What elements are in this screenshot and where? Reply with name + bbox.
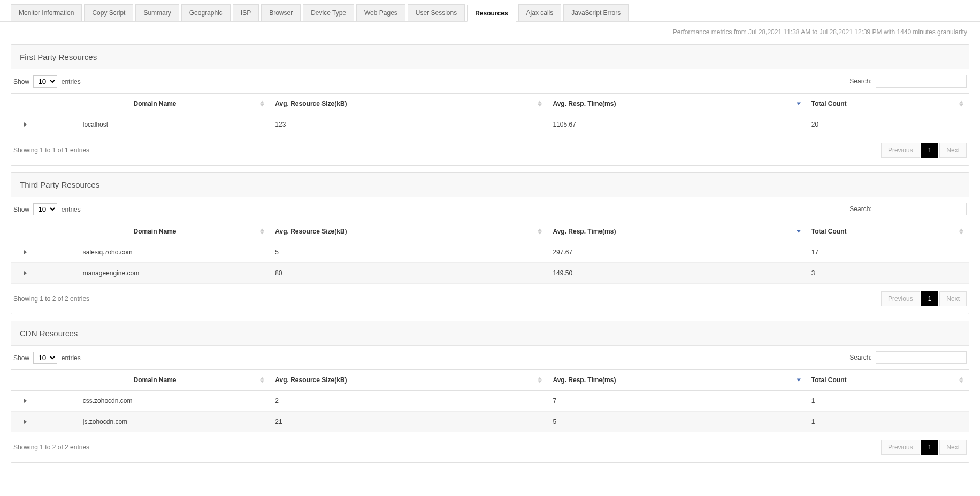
col-domain-name[interactable]: Domain Name bbox=[40, 94, 270, 114]
sort-up-icon bbox=[538, 377, 542, 380]
tab-copy-script[interactable]: Copy Script bbox=[84, 4, 133, 21]
section-cdn: CDN Resources Show 10 entries Search: bbox=[11, 321, 969, 463]
search-input-first[interactable] bbox=[876, 75, 967, 88]
page-size-select-first[interactable]: 10 bbox=[33, 75, 57, 88]
page-size-select-cdn[interactable]: 10 bbox=[33, 352, 57, 364]
cell-count: 1 bbox=[806, 412, 969, 432]
show-label: Show bbox=[13, 206, 29, 213]
sort-down-icon bbox=[959, 381, 963, 383]
table-first-party: Domain Name Avg. Resource Size(kB) Avg. … bbox=[11, 93, 969, 135]
cell-time: 149.50 bbox=[547, 263, 806, 284]
table-row: manageengine.com 80 149.50 3 bbox=[11, 263, 969, 284]
tab-ajax-calls[interactable]: Ajax calls bbox=[518, 4, 562, 21]
previous-button[interactable]: Previous bbox=[881, 440, 920, 455]
tab-web-pages[interactable]: Web Pages bbox=[356, 4, 405, 21]
pagination-third: Previous 1 Next bbox=[881, 291, 967, 306]
table-row: salesiq.zoho.com 5 297.67 17 bbox=[11, 242, 969, 263]
expand-icon[interactable] bbox=[24, 250, 27, 254]
entries-label: entries bbox=[62, 206, 81, 213]
section-title-third-party: Third Party Resources bbox=[11, 173, 969, 197]
entries-label: entries bbox=[62, 354, 81, 362]
sort-down-active-icon bbox=[797, 230, 801, 233]
pagination-first: Previous 1 Next bbox=[881, 143, 967, 158]
table-cdn: Domain Name Avg. Resource Size(kB) Avg. … bbox=[11, 369, 969, 432]
col-avg-resp-time[interactable]: Avg. Resp. Time(ms) bbox=[547, 221, 806, 242]
tab-javascript-errors[interactable]: JavaScript Errors bbox=[563, 4, 629, 21]
search-label: Search: bbox=[849, 78, 871, 85]
col-avg-size[interactable]: Avg. Resource Size(kB) bbox=[270, 94, 547, 114]
cell-domain: css.zohocdn.com bbox=[40, 391, 270, 412]
sort-down-active-icon bbox=[797, 103, 801, 105]
next-button[interactable]: Next bbox=[939, 291, 967, 306]
cell-time: 5 bbox=[547, 412, 806, 432]
col-expand bbox=[11, 370, 40, 391]
expand-icon[interactable] bbox=[24, 399, 27, 403]
page-1-button[interactable]: 1 bbox=[921, 440, 939, 455]
cell-time: 1105.67 bbox=[547, 114, 806, 135]
next-button[interactable]: Next bbox=[939, 440, 967, 455]
section-third-party: Third Party Resources Show 10 entries Se… bbox=[11, 172, 969, 314]
col-avg-size[interactable]: Avg. Resource Size(kB) bbox=[270, 370, 547, 391]
cell-domain: localhost bbox=[40, 114, 270, 135]
col-total-count[interactable]: Total Count bbox=[806, 94, 969, 114]
tab-isp[interactable]: ISP bbox=[233, 4, 259, 21]
table-row: js.zohocdn.com 21 5 1 bbox=[11, 412, 969, 432]
col-total-count[interactable]: Total Count bbox=[806, 370, 969, 391]
col-avg-resp-time[interactable]: Avg. Resp. Time(ms) bbox=[547, 370, 806, 391]
table-info-cdn: Showing 1 to 2 of 2 entries bbox=[13, 444, 89, 451]
sort-up-icon bbox=[959, 377, 963, 380]
sort-up-icon bbox=[538, 229, 542, 231]
performance-metrics-text: Performance metrics from Jul 28,2021 11:… bbox=[0, 22, 980, 38]
sort-up-icon bbox=[959, 101, 963, 104]
sort-down-icon bbox=[538, 381, 542, 383]
cell-domain: js.zohocdn.com bbox=[40, 412, 270, 432]
table-row: localhost 123 1105.67 20 bbox=[11, 114, 969, 135]
col-domain-name[interactable]: Domain Name bbox=[40, 370, 270, 391]
next-button[interactable]: Next bbox=[939, 143, 967, 158]
tab-device-type[interactable]: Device Type bbox=[303, 4, 354, 21]
show-label: Show bbox=[13, 354, 29, 362]
section-title-first-party: First Party Resources bbox=[11, 45, 969, 69]
cell-count: 1 bbox=[806, 391, 969, 412]
tab-browser[interactable]: Browser bbox=[261, 4, 301, 21]
sort-down-icon bbox=[538, 104, 542, 107]
cell-size: 21 bbox=[270, 412, 547, 432]
expand-icon[interactable] bbox=[24, 271, 27, 275]
sort-up-icon bbox=[260, 377, 264, 380]
sort-down-icon bbox=[260, 381, 264, 383]
page-size-select-third[interactable]: 10 bbox=[33, 203, 57, 215]
sort-up-icon bbox=[538, 101, 542, 104]
cell-time: 7 bbox=[547, 391, 806, 412]
cell-size: 2 bbox=[270, 391, 547, 412]
cell-count: 17 bbox=[806, 242, 969, 263]
tab-monitor-information[interactable]: Monitor Information bbox=[11, 4, 82, 21]
col-domain-name[interactable]: Domain Name bbox=[40, 221, 270, 242]
previous-button[interactable]: Previous bbox=[881, 143, 920, 158]
col-total-count[interactable]: Total Count bbox=[806, 221, 969, 242]
col-expand bbox=[11, 94, 40, 114]
cell-size: 80 bbox=[270, 263, 547, 284]
search-input-cdn[interactable] bbox=[876, 351, 967, 364]
col-expand bbox=[11, 221, 40, 242]
tab-user-sessions[interactable]: User Sessions bbox=[408, 4, 465, 21]
section-first-party: First Party Resources Show 10 entries Se… bbox=[11, 44, 969, 166]
col-avg-size[interactable]: Avg. Resource Size(kB) bbox=[270, 221, 547, 242]
col-avg-resp-time[interactable]: Avg. Resp. Time(ms) bbox=[547, 94, 806, 114]
tab-resources[interactable]: Resources bbox=[467, 5, 516, 22]
entries-label: entries bbox=[62, 78, 81, 86]
expand-icon[interactable] bbox=[24, 122, 27, 127]
search-label: Search: bbox=[849, 354, 871, 361]
cell-time: 297.67 bbox=[547, 242, 806, 263]
previous-button[interactable]: Previous bbox=[881, 291, 920, 306]
tab-geographic[interactable]: Geographic bbox=[181, 4, 231, 21]
sort-down-icon bbox=[260, 232, 264, 235]
section-title-cdn: CDN Resources bbox=[11, 321, 969, 346]
page-1-button[interactable]: 1 bbox=[921, 143, 939, 158]
expand-icon[interactable] bbox=[24, 420, 27, 424]
sort-up-icon bbox=[260, 229, 264, 231]
search-input-third[interactable] bbox=[876, 203, 967, 215]
tab-bar: Monitor Information Copy Script Summary … bbox=[0, 0, 980, 22]
cell-size: 123 bbox=[270, 114, 547, 135]
tab-summary[interactable]: Summary bbox=[135, 4, 179, 21]
page-1-button[interactable]: 1 bbox=[921, 291, 939, 306]
